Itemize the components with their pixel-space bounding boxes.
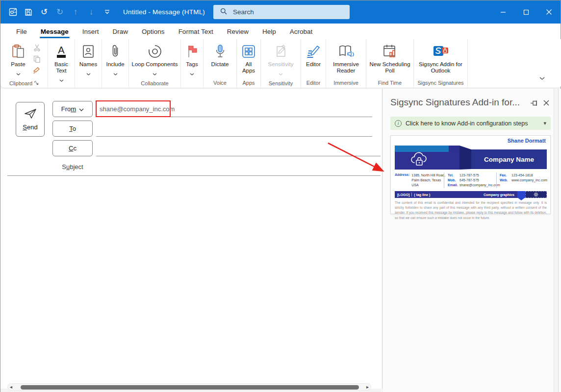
immersive-reader-icon: [338, 43, 354, 60]
tab-options[interactable]: Options: [135, 24, 172, 39]
address-line: 1385, North Hill Road,: [411, 173, 445, 178]
ribbon-spacer: [468, 39, 561, 88]
address-line: USA: [411, 183, 445, 188]
title-bar: ↺ ↻ ↑ ↓ Untitled - Message (HTML) Search: [0, 0, 561, 24]
ribbon-group-collaborate: Loop Components Collaborate: [129, 39, 181, 88]
task-pane-title: Sigsync Signatures Add-in for...: [390, 97, 522, 108]
quick-access-toolbar: ↺ ↻ ↑ ↓: [0, 7, 112, 18]
cc-label: Cc: [69, 145, 76, 152]
task-pane-close-icon[interactable]: [543, 99, 549, 108]
paste-button[interactable]: Paste: [7, 42, 29, 78]
ribbon-group-sensitivity: Sensitivity Sensitivity: [261, 39, 301, 88]
to-field-line[interactable]: [96, 136, 372, 137]
undo-button[interactable]: ↺: [39, 7, 50, 18]
editor-button[interactable]: Editor: [302, 42, 325, 69]
addin-config-banner[interactable]: i Click here to know Add-in configuratio…: [390, 117, 551, 130]
immersive-reader-button[interactable]: Immersive Reader: [328, 42, 365, 75]
tab-format-text[interactable]: Format Text: [172, 24, 220, 39]
sigsync-addin-button[interactable]: Sigsync Addin for Outlook: [415, 42, 466, 75]
tab-draw[interactable]: Draw: [106, 24, 135, 39]
outlook-app-icon: [7, 7, 18, 18]
compose-pane: Send From shane@company_inc.com To Cc Su…: [0, 89, 382, 389]
collapse-ribbon-button[interactable]: [537, 74, 547, 83]
tab-review[interactable]: Review: [220, 24, 255, 39]
ribbon: Paste Clipboard: [0, 39, 561, 88]
basic-text-label: Basic Text: [51, 61, 72, 74]
include-button[interactable]: Include: [103, 42, 128, 78]
minimize-button[interactable]: [491, 0, 514, 24]
sigsync-addin-icon: [432, 43, 450, 60]
signature-preview-card[interactable]: Shane Dormatt Co: [390, 135, 551, 214]
scheduling-poll-icon: [382, 43, 397, 60]
ribbon-tab-bar: File Message Insert Draw Options Format …: [0, 24, 561, 39]
search-input[interactable]: Search: [213, 5, 350, 19]
chevron-down-icon: [153, 69, 157, 77]
subject-field-line[interactable]: [7, 175, 381, 176]
ribbon-group-sigsync: Sigsync Addin for Outlook Sigsync Signat…: [414, 39, 468, 88]
group-label-find-time: Find Time: [378, 80, 402, 86]
maximize-button[interactable]: [514, 0, 537, 24]
web-label: Web.: [500, 178, 510, 183]
tab-message[interactable]: Message: [34, 24, 76, 39]
tab-acrobat[interactable]: Acrobat: [283, 24, 320, 39]
scroll-right-arrow[interactable]: ▸: [364, 384, 371, 390]
customize-toolbar-icon[interactable]: [102, 7, 112, 18]
ribbon-group-immersive: Immersive Reader Immersive: [326, 39, 366, 88]
copy-button[interactable]: [32, 54, 41, 63]
cc-field-line[interactable]: [96, 156, 381, 156]
names-label: Names: [79, 61, 97, 68]
search-placeholder: Search: [233, 8, 254, 16]
sensitivity-button[interactable]: Sensitivity: [262, 42, 300, 78]
tags-button[interactable]: Tags: [182, 42, 203, 78]
tab-insert[interactable]: Insert: [76, 24, 106, 39]
group-label-sigsync-signatures: Sigsync Signatures: [417, 80, 463, 86]
cc-button[interactable]: Cc: [52, 140, 93, 156]
move-up-button[interactable]: ↑: [70, 7, 81, 18]
basic-text-button[interactable]: A Basic Text: [49, 42, 74, 85]
new-scheduling-poll-button[interactable]: New Scheduling Poll: [367, 42, 412, 75]
group-label-editor: Editor: [306, 80, 321, 86]
contact-divider: [444, 172, 444, 188]
sigsync-addin-label: Sigsync Addin for Outlook: [417, 61, 465, 74]
scroll-left-arrow[interactable]: ◂: [8, 384, 14, 390]
caret-down-icon[interactable]: ▾: [543, 120, 546, 126]
annotation-highlight-box: [96, 100, 171, 117]
sensitivity-badge-icon: [275, 43, 287, 60]
contact-address: Address: 1385, North Hill Road, Palm Bea…: [395, 173, 445, 188]
signature-settings-segment[interactable]: [525, 191, 547, 198]
close-button[interactable]: [537, 0, 561, 24]
names-button[interactable]: Names: [76, 42, 101, 78]
web-value: www.company_inc.com: [511, 178, 547, 183]
send-icon: [24, 108, 37, 121]
new-scheduling-poll-label: New Scheduling Poll: [369, 61, 411, 74]
all-apps-label: All Apps: [239, 61, 258, 74]
tel-value: 123-787-575: [459, 173, 479, 178]
dialog-launcher-icon[interactable]: [34, 80, 39, 86]
tab-file[interactable]: File: [9, 24, 34, 39]
from-button[interactable]: From: [52, 101, 93, 117]
format-painter-button[interactable]: [32, 66, 41, 74]
dictate-button[interactable]: Dictate: [205, 42, 235, 69]
group-label-clipboard: Clipboard: [9, 80, 32, 86]
to-button[interactable]: To: [52, 121, 93, 137]
loop-components-button[interactable]: Loop Components: [130, 42, 179, 78]
address-label: Address:: [395, 173, 409, 188]
cut-button[interactable]: [32, 43, 41, 52]
vertical-scrollbar[interactable]: [554, 89, 559, 392]
redo-button[interactable]: ↻: [54, 7, 65, 18]
ribbon-group-clipboard: Paste Clipboard: [0, 39, 48, 88]
all-apps-button[interactable]: All Apps: [238, 42, 260, 75]
window-title: Untitled - Message (HTML): [123, 8, 205, 16]
company-graphics-label: Company graphics: [484, 193, 517, 196]
scrollbar-thumb[interactable]: [21, 385, 359, 390]
signature-disclaimer: The content of this email is confidentia…: [395, 200, 547, 220]
horizontal-scrollbar[interactable]: ◂ ▸: [7, 383, 371, 391]
mob-label: Mob.: [448, 178, 458, 183]
send-button[interactable]: Send: [16, 102, 45, 137]
move-down-button[interactable]: ↓: [86, 7, 97, 18]
paste-label: Paste: [11, 61, 25, 68]
pin-icon[interactable]: [530, 99, 538, 108]
group-label-apps: Apps: [242, 80, 255, 86]
save-button[interactable]: [23, 7, 34, 18]
tab-help[interactable]: Help: [255, 24, 283, 39]
